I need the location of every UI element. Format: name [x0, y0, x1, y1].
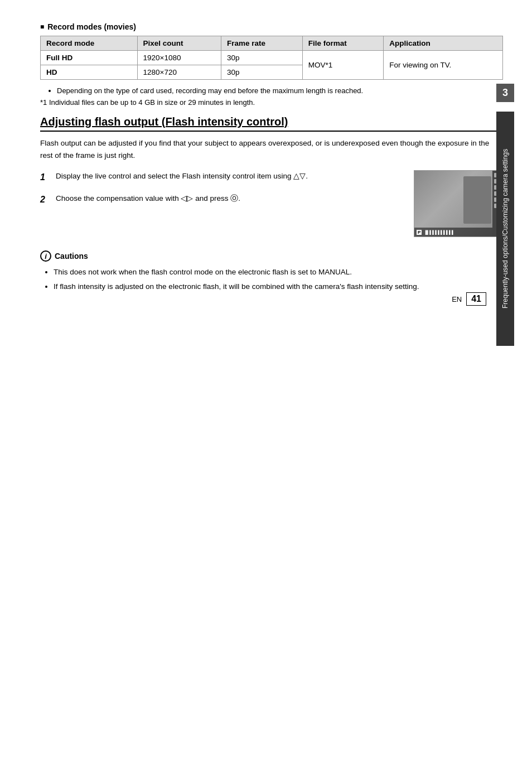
step-content-1: Display the live control and select the … — [56, 170, 405, 185]
step-content-2: Choose the compensation value with ◁▷ an… — [56, 192, 405, 207]
cam-p-badge: P — [417, 230, 422, 235]
caution-item-1: This does not work when the flash contro… — [54, 266, 503, 278]
col-header-record-mode: Record mode — [41, 36, 138, 51]
page-en-label: EN — [452, 295, 462, 303]
cam-display: P ▐▌▌▌▌▌▌▌▌▌▌ — [414, 171, 502, 237]
step-number-2: 2 — [40, 192, 51, 207]
cell-fps-hd: 30p — [221, 65, 303, 80]
cell-application: For viewing on TV. — [384, 51, 503, 80]
flash-section-title: Adjusting flash output (Flash intensity … — [40, 115, 503, 132]
cell-fps-fullhd: 30p — [221, 51, 303, 65]
caution-item-2: If flash intensity is adjusted on the el… — [54, 281, 503, 293]
cell-format: MOV*1 — [302, 51, 384, 80]
notes-list: Depending on the type of card used, reco… — [40, 86, 503, 95]
col-header-application: Application — [384, 36, 503, 51]
side-tab: Frequently-used options/Customizing came… — [496, 112, 514, 346]
flash-section: Adjusting flash output (Flash intensity … — [40, 115, 503, 292]
note-item: Depending on the type of card used, reco… — [57, 86, 503, 95]
cell-pixel-hd: 1280×720 — [137, 65, 221, 80]
col-header-pixel-count: Pixel count — [137, 36, 221, 51]
cell-mode-hd: HD — [41, 65, 138, 80]
steps-area: 1 Display the live control and select th… — [40, 170, 503, 237]
caution-icon: i — [40, 250, 51, 262]
cautions-title: i Cautions — [40, 250, 503, 262]
record-modes-section: Record modes (movies) Record mode Pixel … — [40, 22, 503, 107]
page-container: Record modes (movies) Record mode Pixel … — [18, 0, 514, 317]
cam-subject — [463, 176, 491, 224]
page-footer: EN 41 — [452, 292, 486, 306]
step-2: 2 Choose the compensation value with ◁▷ … — [40, 192, 405, 207]
footnote: *1 Individual files can be up to 4 GB in… — [40, 98, 503, 107]
step-1: 1 Display the live control and select th… — [40, 170, 405, 185]
table-row: Full HD 1920×1080 30p MOV*1 For viewing … — [41, 51, 503, 65]
step-number-1: 1 — [40, 170, 51, 185]
chapter-number: 3 — [496, 84, 514, 102]
cell-pixel-fullhd: 1920×1080 — [137, 51, 221, 65]
camera-screenshot: P ▐▌▌▌▌▌▌▌▌▌▌ — [414, 170, 503, 237]
record-modes-table: Record mode Pixel count Frame rate File … — [40, 36, 503, 80]
page-number: 41 — [466, 292, 486, 306]
cam-scale: ▐▌▌▌▌▌▌▌▌▌▌ — [424, 230, 454, 234]
record-modes-heading: Record modes (movies) — [40, 22, 503, 31]
flash-intro-text: Flash output can be adjusted if you find… — [40, 137, 503, 161]
col-header-file-format: File format — [302, 36, 384, 51]
cam-bottom-bar: P ▐▌▌▌▌▌▌▌▌▌▌ — [414, 228, 492, 237]
cautions-section: i Cautions This does not work when the f… — [40, 250, 503, 292]
col-header-frame-rate: Frame rate — [221, 36, 303, 51]
cautions-label: Cautions — [55, 252, 88, 261]
cell-mode-fullhd: Full HD — [41, 51, 138, 65]
steps-text: 1 Display the live control and select th… — [40, 170, 405, 237]
cautions-list: This does not work when the flash contro… — [40, 266, 503, 292]
